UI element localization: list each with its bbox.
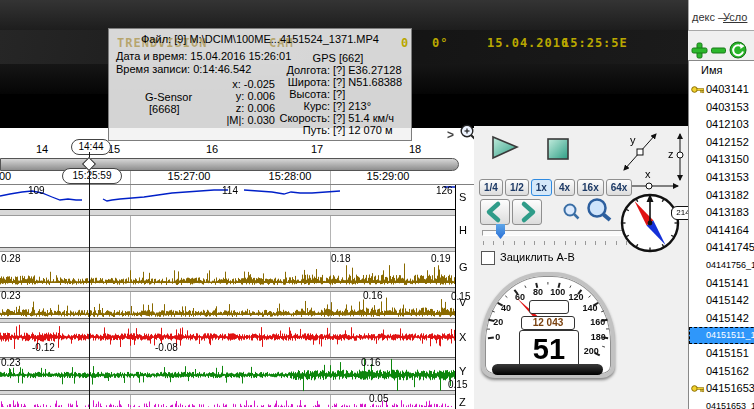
gauge-scale-number: 200 (584, 346, 599, 356)
timeline-time-tick: 15:27:00 (168, 170, 211, 182)
datetime-line: Дата и время: 15.04.2016 15:26:01 (116, 50, 291, 62)
slider-tick (544, 241, 545, 245)
timeline-minute-tick: 18 (409, 143, 421, 155)
gps-label: Путь: (264, 124, 330, 136)
expand-chevron-icon[interactable]: > (447, 128, 454, 142)
list-item[interactable]: 0412152 (689, 134, 754, 151)
speed-4x-button[interactable]: 4x (554, 179, 575, 196)
graph-value-label: 114 (222, 185, 238, 196)
gsensor-value: |M|: 0.030 (171, 114, 275, 126)
graph-value-label: 0.16 (361, 357, 380, 368)
playhead-cursor[interactable] (89, 152, 90, 409)
x-axis-handle (646, 183, 652, 189)
list-item[interactable]: 04151511_1 (689, 327, 754, 344)
list-item[interactable]: 0413183 (689, 204, 754, 221)
gps-row: Долгота:[?] E36.27128 (264, 64, 408, 76)
remove-file-button[interactable] (711, 47, 726, 55)
list-item[interactable]: 0415151 (689, 345, 754, 362)
seek-slider-track[interactable] (482, 230, 641, 236)
timeline-time-tick: 00 (0, 170, 11, 182)
video-osd-date: 15.04.2016 (487, 36, 569, 50)
z-axis-handle (677, 152, 683, 158)
list-item[interactable]: 04141745 (689, 239, 754, 256)
list-item[interactable]: 0412103 (689, 116, 754, 133)
gauge-scale-number: 160 (590, 317, 605, 327)
y-axis-handle (637, 149, 643, 155)
timeline-minute-tick: 14 (36, 143, 48, 155)
gps-label: Курс: (264, 100, 330, 112)
slider-tick (565, 241, 566, 245)
gauge-scale-number: 140 (582, 303, 597, 313)
gps-label: Широта: (264, 76, 330, 88)
add-file-button[interactable] (691, 42, 708, 59)
channel-letter-Y: Y (459, 365, 466, 377)
list-item[interactable]: 0415141 (689, 275, 754, 292)
zoom-in-button[interactable] (586, 197, 614, 225)
list-item[interactable]: 0415142 (689, 310, 754, 327)
speed-1x-button[interactable]: 1x (531, 179, 552, 196)
speedometer-gauge: 020406080100120140160180200 12 043 51 (481, 272, 615, 378)
y-axis-label: y (630, 134, 636, 146)
graph-value-label: 0.18 (331, 253, 350, 264)
list-item[interactable]: 0415142 (689, 292, 754, 309)
prev-frame-button[interactable] (480, 199, 510, 225)
file-list-header: Имя (701, 64, 722, 76)
gps-row: Курс:[?] 213° (264, 100, 408, 112)
channel-letter-X: X (459, 331, 466, 343)
cursor-time-bubble: 15:25:59 (62, 168, 122, 184)
next-frame-button[interactable] (512, 199, 542, 225)
file-list-panel: декс — Усло Имя 040314104031530412103041… (688, 0, 754, 409)
graph-value-label: 0.23 (1, 290, 20, 301)
seek-slider-thumb[interactable] (496, 224, 505, 239)
loop-ab-checkbox[interactable] (481, 251, 495, 265)
list-item[interactable]: 0403141 (689, 81, 754, 98)
gps-value: [?] (333, 88, 345, 100)
gauge-base-bar (492, 364, 603, 375)
graph-value-label: 0.15 (448, 379, 467, 390)
speed-16x-button[interactable]: 16x (577, 179, 604, 196)
gps-row: Скорость:[?] 51.4 км/ч (264, 112, 408, 124)
refresh-list-button[interactable] (729, 41, 747, 59)
list-item[interactable]: 0413153 (689, 169, 754, 186)
timeline-minute-tick: 17 (311, 143, 323, 155)
key-icon (691, 85, 705, 94)
info-overlay-panel: TRENDVISION CAM Файл: [9] M:\DCIM\100ME.… (108, 28, 412, 141)
app-window: 0 0° 15.04.2016 15:25:5E 14:44 15:25:59 … (0, 0, 754, 409)
speed-1-2-button[interactable]: 1/2 (505, 179, 529, 196)
list-item[interactable]: 0413182 (689, 187, 754, 204)
gsensor-values: x: -0.025y: 0.006z: 0.006|M|: 0.030 (171, 78, 275, 126)
list-item[interactable]: 0415162 (689, 363, 754, 380)
stop-button[interactable] (546, 137, 570, 161)
timeline-minute-tick: 16 (206, 143, 218, 155)
slider-tick (524, 241, 525, 245)
play-button[interactable] (490, 135, 520, 161)
gsensor-value: y: 0.006 (171, 90, 275, 102)
graph-value-label: 0.23 (1, 357, 20, 368)
gps-value: [?] 213° (333, 100, 371, 112)
slider-tick (534, 241, 535, 245)
speed-1-4-button[interactable]: 1/4 (479, 179, 503, 196)
list-item[interactable]: 04151653_1 (689, 398, 754, 409)
list-item[interactable]: 0403153 (689, 99, 754, 116)
slider-tick (514, 241, 515, 245)
gps-value: [?] N51.68388 (333, 76, 402, 88)
map-terms-link[interactable]: Усло (723, 11, 747, 23)
slider-tick (503, 241, 504, 245)
list-item[interactable]: 04151653 (689, 380, 754, 397)
waveform-canvas[interactable] (0, 185, 456, 409)
list-item[interactable]: 0413150 (689, 151, 754, 168)
slider-tick (575, 241, 576, 245)
gps-row: Высота:[?] (264, 88, 408, 100)
gsensor-value: z: 0.006 (171, 102, 275, 114)
channel-letter-G: G (459, 261, 468, 273)
gauge-scale-number: 80 (533, 287, 543, 297)
list-item[interactable]: 0414164 (689, 222, 754, 239)
gps-label: Долгота: (264, 64, 330, 76)
gauge-scale-number: 180 (591, 332, 606, 342)
gps-value: [?] E36.27128 (333, 64, 402, 76)
zoom-out-button[interactable] (562, 202, 584, 224)
list-item[interactable]: 04141756_1 (689, 257, 754, 274)
timeline-time-tick: 15:28:00 (269, 170, 312, 182)
gps-row: Путь:[?] 12 070 м (264, 124, 408, 136)
gauge-scale-number: 120 (568, 292, 583, 302)
